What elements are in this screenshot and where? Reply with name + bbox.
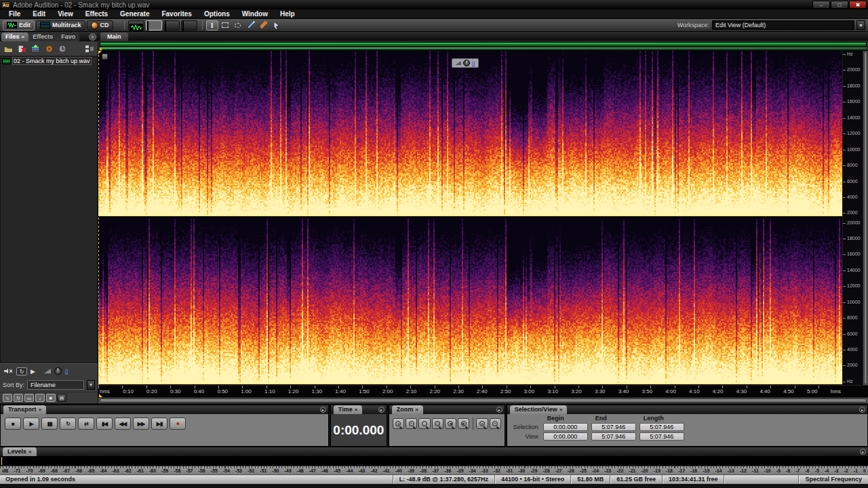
pause-button[interactable]: ▮▮ <box>41 418 58 430</box>
close-button[interactable]: ✖ <box>849 1 867 9</box>
zoom-in-horizontal-button[interactable]: + <box>393 418 404 429</box>
tab-selection-view[interactable]: Selection/View× <box>510 405 568 414</box>
go-to-end-button[interactable]: ▶▮ <box>151 418 167 430</box>
volume-knob[interactable] <box>463 60 470 66</box>
go-to-beginning-button[interactable]: ▮◀ <box>96 418 113 430</box>
speaker-off-icon[interactable] <box>3 367 13 375</box>
zoom-out-horizontal-button[interactable]: − <box>406 418 417 429</box>
close-file-icon[interactable] <box>16 43 27 54</box>
menu-item[interactable]: Favorites <box>155 9 197 19</box>
filter-video-icon[interactable]: ▭ <box>24 394 34 402</box>
panel-menu-icon[interactable]: ▸ <box>378 407 384 413</box>
horizontal-scrollbar[interactable] <box>98 397 868 403</box>
preview-loop-icon[interactable]: ↻ <box>16 367 27 375</box>
tab-levels[interactable]: Levels× <box>3 447 37 456</box>
lasso-selection-tool[interactable] <box>232 20 244 30</box>
edit-view-button[interactable]: Edit <box>3 20 35 30</box>
cd-view-button[interactable]: CD <box>87 20 113 30</box>
time-selection-tool[interactable]: I <box>206 20 218 30</box>
tab-files[interactable]: Files× <box>1 33 28 41</box>
menu-item[interactable]: Generate <box>114 9 155 19</box>
overview-scroll-bar[interactable] <box>98 41 868 51</box>
playhead-bottom-marker-icon[interactable] <box>99 394 102 397</box>
filter-loop-icon[interactable]: ↻ <box>14 394 23 402</box>
floating-volume-control[interactable]: 0 <box>452 58 478 68</box>
zoom-in-left-button[interactable]: ◂ <box>445 418 456 429</box>
marquee-selection-tool[interactable] <box>219 20 231 30</box>
panel-menu-icon[interactable]: ▸ <box>320 407 326 413</box>
panel-menu-icon[interactable]: ▸ <box>859 407 865 413</box>
vertical-scrollbar[interactable] <box>863 51 868 385</box>
spectrogram-canvas[interactable] <box>98 51 842 385</box>
spectral-phase-display-button[interactable] <box>181 20 197 30</box>
tab-close-icon[interactable]: × <box>39 407 42 413</box>
filter-waveform-icon[interactable]: ∿ <box>3 394 12 402</box>
rewind-button[interactable]: ◀◀ <box>115 418 131 430</box>
workspace-dropdown-arrow-icon[interactable]: ▼ <box>856 20 865 30</box>
restore-button[interactable]: □ <box>831 1 848 9</box>
tab-close-icon[interactable]: × <box>355 407 358 413</box>
horizontal-scroll-thumb[interactable] <box>100 399 867 403</box>
tab-close-icon[interactable]: × <box>415 407 418 413</box>
menu-item[interactable]: View <box>52 9 79 19</box>
menu-item[interactable]: Window <box>236 9 274 19</box>
insert-into-multitrack-icon[interactable] <box>30 43 41 54</box>
preview-volume-wedge-icon[interactable] <box>44 369 51 373</box>
filter-marker-icon[interactable]: ✱ <box>46 394 56 402</box>
import-file-icon[interactable] <box>3 43 14 54</box>
zoom-in-right-button[interactable]: ▸ <box>458 418 469 429</box>
zoom-out-vertical-button[interactable]: − <box>490 418 501 429</box>
waveform-display-button[interactable] <box>128 20 144 30</box>
file-list-item[interactable]: 02 - Smack my bitch up.wav <box>1 57 97 65</box>
loop-button[interactable]: ⇄ <box>78 418 94 430</box>
tab-close-icon[interactable]: × <box>559 407 563 413</box>
menu-item[interactable]: Help <box>274 9 301 19</box>
stop-button[interactable]: ■ <box>5 418 21 430</box>
display-corner-handle[interactable] <box>102 54 108 60</box>
scrub-tool[interactable] <box>271 20 283 30</box>
sort-by-dropdown[interactable]: Filename <box>27 380 84 390</box>
spectral-frequency-display-button[interactable] <box>146 20 162 30</box>
zoom-out-full-button[interactable] <box>418 418 430 429</box>
panel-menu-icon[interactable]: ▸ <box>496 407 502 413</box>
effects-paintbrush-tool[interactable] <box>245 20 257 30</box>
panel-menu-icon[interactable]: ▸ <box>860 449 866 455</box>
view-end-field[interactable]: 5:07.946 <box>591 432 636 441</box>
menu-item[interactable]: Effects <box>79 9 114 19</box>
tab-transport[interactable]: Transport× <box>3 405 46 414</box>
play-looped-button[interactable]: ↻ <box>60 418 76 430</box>
tab-main[interactable]: Main <box>100 33 128 41</box>
playhead-line[interactable] <box>98 51 99 385</box>
preview-volume-value[interactable]: 0 <box>65 368 68 374</box>
zoom-to-selection-button[interactable]: □ <box>432 418 443 429</box>
tab-effects[interactable]: Effects <box>28 33 57 41</box>
selection-begin-field[interactable]: 0:00.000 <box>543 423 588 431</box>
panel-menu-icon[interactable]: » <box>89 33 96 41</box>
menu-item[interactable]: Edit <box>26 9 52 19</box>
zoom-in-vertical-button[interactable]: + <box>476 418 488 429</box>
preview-play-icon[interactable]: ▶ <box>31 368 35 375</box>
options-icon[interactable] <box>57 43 68 54</box>
record-button[interactable]: ● <box>170 418 186 430</box>
spectral-pan-display-button[interactable] <box>163 20 180 30</box>
menu-item[interactable]: File <box>3 9 26 19</box>
sort-dropdown-arrow-icon[interactable]: ▼ <box>87 380 95 390</box>
workspace-dropdown[interactable]: Edit View (Default) <box>712 20 854 30</box>
view-begin-field[interactable]: 0:00.000 <box>543 432 588 441</box>
tab-zoom[interactable]: Zoom× <box>392 405 423 414</box>
play-button[interactable]: ▶ <box>23 418 39 430</box>
tab-close-icon[interactable]: × <box>28 449 32 455</box>
preview-volume-knob[interactable] <box>54 367 62 375</box>
fast-forward-button[interactable]: ▶▶ <box>133 418 149 430</box>
filter-session-icon[interactable]: ▤ <box>57 394 66 402</box>
multitrack-view-button[interactable]: Multitrack <box>36 20 85 30</box>
insert-into-cd-icon[interactable] <box>43 43 54 54</box>
tab-favorites[interactable]: Favo <box>57 33 79 41</box>
spectral-display[interactable]: 0 <box>98 51 842 385</box>
toggle-details-icon[interactable] <box>84 43 95 54</box>
tab-close-icon[interactable]: × <box>22 34 25 40</box>
timeline-ruler[interactable]: hms0:100:200:300:400:501:001:101:201:301… <box>98 385 868 397</box>
selection-length-field[interactable]: 5:07.946 <box>639 423 684 431</box>
vertical-scroll-thumb[interactable] <box>864 52 867 384</box>
tab-time[interactable]: Time× <box>334 405 363 414</box>
